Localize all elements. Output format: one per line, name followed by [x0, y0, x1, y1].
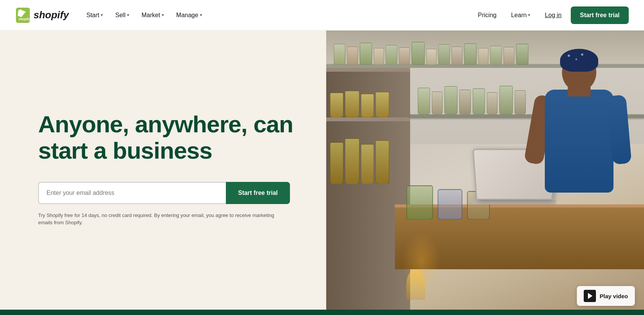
- big-jar-2: [438, 189, 462, 220]
- shopify-bag-icon: shopify: [15, 8, 31, 23]
- nav-pricing[interactable]: Pricing: [472, 9, 503, 22]
- mj-4: [459, 90, 471, 114]
- shelf-plank-2: [326, 117, 410, 121]
- rack-jar-3: [361, 94, 374, 117]
- nav-start-free-trial-button[interactable]: Start free trial: [571, 6, 629, 24]
- nav-market[interactable]: Market ▾: [136, 9, 169, 22]
- nav-login[interactable]: Log in: [539, 9, 568, 22]
- shopify-logo[interactable]: shopify shopify: [15, 8, 69, 23]
- nav-manage[interactable]: Manage ▾: [171, 9, 208, 22]
- start-chevron-icon: ▾: [101, 13, 103, 18]
- jar-5: [386, 45, 397, 65]
- dot-2: [575, 58, 577, 60]
- hero-image: Play video: [326, 31, 644, 315]
- nav-start-label: Start: [86, 12, 99, 19]
- rack-jar-b1: [330, 142, 343, 184]
- rack-jar-2: [345, 91, 359, 117]
- rack-jar-b3: [361, 144, 374, 184]
- jar-3: [360, 43, 372, 65]
- hero-headline-line1: Anyone, anywhere, can: [38, 111, 293, 137]
- navbar: shopify shopify Start ▾ Sell ▾ Market ▾ …: [0, 0, 644, 31]
- nav-manage-label: Manage: [176, 12, 198, 19]
- sell-chevron-icon: ▾: [127, 13, 129, 18]
- nav-links-right: Pricing Learn ▾ Log in Start free trial: [472, 6, 629, 24]
- dot-1: [568, 55, 570, 57]
- rack-jar-1: [330, 93, 343, 117]
- jar-12: [478, 48, 488, 65]
- nav-sell[interactable]: Sell ▾: [110, 9, 135, 22]
- hero-start-trial-button[interactable]: Start free trial: [226, 182, 290, 204]
- jar-9: [438, 44, 450, 65]
- hero-left: Anyone, anywhere, can start a business S…: [0, 31, 326, 315]
- shelf-plank-1: [326, 68, 410, 72]
- jar-4: [374, 48, 384, 65]
- hero-form: Start free trial: [38, 182, 290, 204]
- logo-wordmark: shopify: [34, 9, 69, 21]
- hero-disclaimer: Try Shopify free for 14 days, no credit …: [38, 212, 275, 227]
- jar-14: [504, 47, 514, 65]
- hero-right: Play video: [326, 31, 644, 315]
- play-video-label: Play video: [600, 293, 628, 299]
- nav-learn-label: Learn: [511, 12, 526, 19]
- play-icon-circle: [584, 290, 596, 302]
- top-shelf-jars: [334, 42, 528, 65]
- person-headwrap: [560, 49, 598, 72]
- nav-links-left: Start ▾ Sell ▾ Market ▾ Manage ▾: [81, 9, 472, 22]
- nav-sell-label: Sell: [115, 12, 126, 19]
- mj-6: [487, 92, 497, 114]
- nav-learn[interactable]: Learn ▾: [506, 9, 536, 22]
- hero-headline-line2: start a business: [38, 137, 212, 164]
- mj-2: [432, 92, 443, 114]
- left-rack-jars-top: [330, 91, 389, 117]
- rack-jar-b2: [345, 138, 359, 184]
- svg-text:shopify: shopify: [19, 17, 30, 21]
- shelf-unit-left: [326, 68, 410, 315]
- big-jar-1: [406, 185, 433, 220]
- mid-shelf-jars: [418, 86, 526, 114]
- candle-glow-main: [402, 231, 441, 292]
- mj-3: [444, 86, 457, 114]
- bottom-green-bar: [0, 310, 644, 315]
- mj-5: [473, 88, 485, 114]
- jar-1: [334, 44, 345, 65]
- jar-8: [427, 49, 436, 65]
- mj-1: [418, 88, 430, 114]
- person-torso: [545, 90, 613, 193]
- learn-chevron-icon: ▾: [528, 13, 530, 18]
- jar-13: [490, 46, 502, 65]
- jar-2: [347, 47, 358, 65]
- left-rack-jars-bottom: [330, 138, 389, 184]
- nav-market-label: Market: [142, 12, 160, 19]
- person-neck: [568, 87, 591, 96]
- jar-7: [412, 42, 425, 65]
- rack-jar-b4: [375, 140, 389, 184]
- manage-chevron-icon: ▾: [200, 13, 202, 18]
- email-input[interactable]: [38, 182, 226, 204]
- person: [522, 53, 636, 244]
- dot-3: [581, 53, 583, 56]
- mj-7: [499, 86, 513, 114]
- jar-11: [464, 43, 477, 65]
- market-chevron-icon: ▾: [162, 13, 164, 18]
- main-content: Anyone, anywhere, can start a business S…: [0, 31, 644, 315]
- nav-start[interactable]: Start ▾: [81, 9, 108, 22]
- jar-10: [452, 47, 462, 65]
- play-triangle-icon: [588, 293, 592, 299]
- play-video-button[interactable]: Play video: [577, 286, 635, 306]
- hero-headline: Anyone, anywhere, can start a business: [38, 111, 296, 163]
- rack-jar-4: [375, 92, 389, 117]
- jar-6: [399, 47, 410, 65]
